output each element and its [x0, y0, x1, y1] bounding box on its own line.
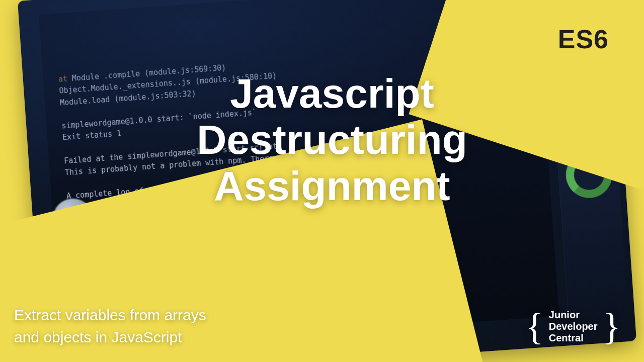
main-title: Javascript Destructuring Assignment [141, 70, 523, 209]
brand-words: Junior Developer Central [549, 309, 598, 344]
title-line-3: Assignment [141, 163, 523, 209]
subtitle: Extract variables from arrays and object… [14, 304, 206, 348]
title-line-1: Javascript [141, 70, 523, 117]
es6-badge: ES6 [558, 24, 609, 54]
thumbnail-stage: at Module .compile (module.js:569:30) Ob… [0, 0, 644, 362]
subtitle-line-2: and objects in JavaScript [14, 326, 206, 348]
brace-close-icon: } [603, 311, 621, 342]
title-line-2: Destructuring [141, 117, 523, 163]
brand-logo: { Junior Developer Central } [525, 309, 621, 344]
brace-open-icon: { [525, 311, 543, 342]
subtitle-line-1: Extract variables from arrays [14, 304, 206, 326]
